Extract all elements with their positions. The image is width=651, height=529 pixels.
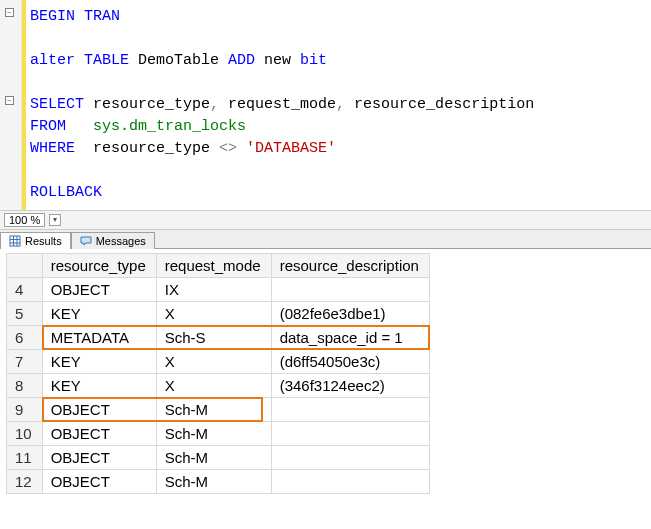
table-row[interactable]: 5 KEY X (082fe6e3dbe1) — [7, 302, 430, 326]
kw-begin: BEGIN — [30, 8, 75, 25]
table-row[interactable]: 7 KEY X (d6ff54050e3c) — [7, 350, 430, 374]
kw-where: WHERE — [30, 140, 75, 157]
col-resource-desc: resource_description — [345, 96, 534, 113]
sql-editor-pane: − − BEGIN TRAN alter TABLE DemoTable ADD… — [0, 0, 651, 211]
where-col: resource_type — [75, 140, 219, 157]
col-request-mode: request_mode — [219, 96, 336, 113]
op-ne: <> — [219, 140, 237, 157]
str-database: 'DATABASE' — [246, 140, 336, 157]
sql-editor[interactable]: BEGIN TRAN alter TABLE DemoTable ADD new… — [26, 0, 651, 210]
cell-resource-type[interactable]: OBJECT — [42, 398, 156, 422]
col-header-resource-desc[interactable]: resource_description — [271, 254, 429, 278]
row-number: 7 — [7, 350, 43, 374]
cell-resource-desc[interactable] — [271, 470, 429, 494]
cell-resource-desc[interactable] — [271, 278, 429, 302]
cell-request-mode[interactable]: IX — [156, 278, 271, 302]
zoom-dropdown-icon[interactable]: ▾ — [49, 214, 61, 226]
cell-request-mode[interactable]: Sch-M — [156, 470, 271, 494]
cell-request-mode[interactable]: Sch-M — [156, 422, 271, 446]
row-number: 5 — [7, 302, 43, 326]
cell-resource-type[interactable]: METADATA — [42, 326, 156, 350]
col-header-request-mode[interactable]: request_mode — [156, 254, 271, 278]
comma: , — [336, 96, 345, 113]
row-number: 11 — [7, 446, 43, 470]
row-number: 4 — [7, 278, 43, 302]
space — [66, 118, 93, 135]
results-tabs: Results Messages — [0, 230, 651, 249]
space — [237, 140, 246, 157]
dmv-name: sys.dm_tran_locks — [93, 118, 246, 135]
ident-demotable: DemoTable — [129, 52, 228, 69]
editor-gutter: − − — [0, 0, 22, 210]
table-row[interactable]: 4 OBJECT IX — [7, 278, 430, 302]
cell-resource-type[interactable]: KEY — [42, 374, 156, 398]
header-row: resource_type request_mode resource_desc… — [7, 254, 430, 278]
kw-from: FROM — [30, 118, 66, 135]
cell-resource-type[interactable]: OBJECT — [42, 446, 156, 470]
cell-resource-desc[interactable]: (346f3124eec2) — [271, 374, 429, 398]
cell-resource-desc[interactable]: (082fe6e3dbe1) — [271, 302, 429, 326]
cell-resource-type[interactable]: OBJECT — [42, 278, 156, 302]
cell-request-mode[interactable]: X — [156, 350, 271, 374]
svg-rect-0 — [10, 236, 20, 246]
cell-resource-desc[interactable]: data_space_id = 1 — [271, 326, 429, 350]
fold-icon[interactable]: − — [5, 96, 14, 105]
ident-new: new — [255, 52, 300, 69]
table-row[interactable]: 9 OBJECT Sch-M — [7, 398, 430, 422]
kw-rollback: ROLLBACK — [30, 184, 102, 201]
table-row[interactable]: 8 KEY X (346f3124eec2) — [7, 374, 430, 398]
row-number: 8 — [7, 374, 43, 398]
zoom-value[interactable]: 100 % — [4, 213, 45, 227]
table-row[interactable]: 12 OBJECT Sch-M — [7, 470, 430, 494]
results-grid[interactable]: resource_type request_mode resource_desc… — [6, 253, 430, 494]
fold-icon[interactable]: − — [5, 8, 14, 17]
table-row[interactable]: 11 OBJECT Sch-M — [7, 446, 430, 470]
kw-select: SELECT — [30, 96, 84, 113]
grid-icon — [9, 235, 21, 247]
table-row[interactable]: 10 OBJECT Sch-M — [7, 422, 430, 446]
rownum-header — [7, 254, 43, 278]
cell-resource-type[interactable]: OBJECT — [42, 422, 156, 446]
cell-request-mode[interactable]: Sch-S — [156, 326, 271, 350]
cell-resource-type[interactable]: KEY — [42, 302, 156, 326]
row-number: 9 — [7, 398, 43, 422]
comma: , — [210, 96, 219, 113]
zoom-toolbar: 100 % ▾ — [0, 211, 651, 230]
kw-add: ADD — [228, 52, 255, 69]
kw-table: TABLE — [75, 52, 129, 69]
cell-resource-desc[interactable] — [271, 398, 429, 422]
tab-results-label: Results — [25, 235, 62, 247]
tab-messages[interactable]: Messages — [71, 232, 155, 249]
col-resource-type: resource_type — [84, 96, 210, 113]
table-row[interactable]: 6 METADATA Sch-S data_space_id = 1 — [7, 326, 430, 350]
cell-resource-desc[interactable] — [271, 446, 429, 470]
tab-messages-label: Messages — [96, 235, 146, 247]
kw-tran: TRAN — [75, 8, 120, 25]
results-grid-pane: resource_type request_mode resource_desc… — [0, 249, 651, 494]
tab-results[interactable]: Results — [0, 232, 71, 249]
cell-request-mode[interactable]: X — [156, 302, 271, 326]
row-number: 10 — [7, 422, 43, 446]
cell-resource-desc[interactable]: (d6ff54050e3c) — [271, 350, 429, 374]
kw-alter: alter — [30, 52, 75, 69]
cell-resource-desc[interactable] — [271, 422, 429, 446]
cell-request-mode[interactable]: X — [156, 374, 271, 398]
cell-request-mode[interactable]: Sch-M — [156, 398, 271, 422]
cell-resource-type[interactable]: KEY — [42, 350, 156, 374]
messages-icon — [80, 235, 92, 247]
col-header-resource-type[interactable]: resource_type — [42, 254, 156, 278]
row-number: 6 — [7, 326, 43, 350]
cell-request-mode[interactable]: Sch-M — [156, 446, 271, 470]
cell-resource-type[interactable]: OBJECT — [42, 470, 156, 494]
kw-bit: bit — [300, 52, 327, 69]
row-number: 12 — [7, 470, 43, 494]
